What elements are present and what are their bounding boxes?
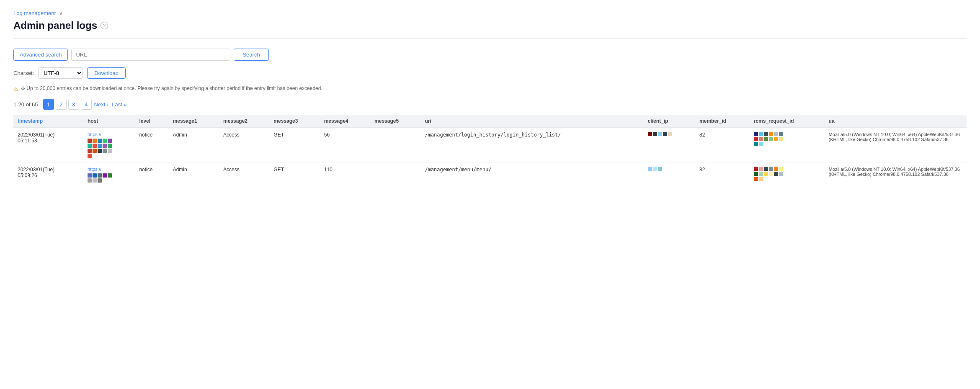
breadcrumb: Log management ∨: [13, 10, 967, 16]
col-message3[interactable]: message3: [269, 115, 320, 128]
cell-message5: [370, 162, 420, 187]
help-icon[interactable]: ?: [101, 22, 108, 29]
log-table: timestamp host level message1 message2 m…: [13, 115, 967, 187]
col-message1[interactable]: message1: [169, 115, 219, 128]
col-client-ip[interactable]: client_ip: [644, 115, 695, 128]
table-row: 2022/03/01(Tue) 05:09:26https://noticeAd…: [13, 162, 967, 187]
search-area: Advanced search Search: [13, 49, 967, 61]
cell-client-ip: [644, 128, 695, 162]
page-title-text: Admin panel logs: [13, 20, 97, 31]
cell-timestamp: 2022/03/01(Tue) 05:09:26: [13, 162, 83, 187]
page-button-1[interactable]: 1: [43, 99, 54, 110]
notice-text: ※ Up to 20,000 entries can be downloaded…: [21, 85, 322, 91]
page-title: Admin panel logs ?: [13, 20, 967, 31]
breadcrumb-arrow: ∨: [59, 10, 63, 16]
breadcrumb-link[interactable]: Log management: [13, 10, 56, 16]
table-header-row: timestamp host level message1 message2 m…: [13, 115, 967, 128]
warning-icon: ⚠: [13, 86, 18, 92]
cell-message2: Access: [219, 162, 269, 187]
page-button-2[interactable]: 2: [56, 99, 67, 110]
cell-message2: Access: [219, 128, 269, 162]
page-button-4[interactable]: 4: [81, 99, 92, 110]
notice-area: ⚠ ※ Up to 20,000 entries can be download…: [13, 85, 967, 92]
log-table-container: timestamp host level message1 message2 m…: [13, 115, 967, 187]
cell-message5: [370, 128, 420, 162]
cell-uri: /management/menu/menu/: [420, 162, 643, 187]
col-message4[interactable]: message4: [320, 115, 370, 128]
col-ua[interactable]: ua: [825, 115, 967, 128]
page-container: Log management ∨ Admin panel logs ? Adva…: [0, 0, 980, 389]
col-message2[interactable]: message2: [219, 115, 269, 128]
cell-message3: GET: [269, 128, 320, 162]
col-level[interactable]: level: [135, 115, 168, 128]
host-color-blocks: [88, 173, 113, 183]
cell-member-id: 82: [695, 128, 750, 162]
host-color-blocks: [88, 139, 113, 158]
page-button-3[interactable]: 3: [68, 99, 79, 110]
col-message5[interactable]: message5: [370, 115, 420, 128]
title-divider: [13, 38, 967, 39]
search-button[interactable]: Search: [234, 49, 268, 61]
cell-rcms-request-id: [750, 162, 825, 187]
cell-uri: /management/login_history/login_history_…: [420, 128, 643, 162]
cell-host: https://: [83, 128, 135, 162]
col-host[interactable]: host: [83, 115, 135, 128]
table-row: 2022/03/01(Tue) 05:11:53https://noticeAd…: [13, 128, 967, 162]
download-button[interactable]: Download: [87, 67, 126, 79]
cell-rcms-request-id: [750, 128, 825, 162]
charset-select[interactable]: UTF-8 Shift_JIS EUC-JP: [38, 67, 83, 79]
charset-area: Charset: UTF-8 Shift_JIS EUC-JP Download: [13, 67, 967, 79]
col-uri[interactable]: uri: [420, 115, 643, 128]
cell-ua: Mozilla/5.0 (Windows NT 10.0; Win64; x64…: [825, 162, 967, 187]
cell-member-id: 82: [695, 162, 750, 187]
cell-message3: GET: [269, 162, 320, 187]
last-page-button[interactable]: Last »: [111, 99, 127, 110]
col-member-id[interactable]: member_id: [695, 115, 750, 128]
cell-client-ip: [644, 162, 695, 187]
cell-message1: Admin: [169, 162, 219, 187]
cell-message1: Admin: [169, 128, 219, 162]
cell-timestamp: 2022/03/01(Tue) 05:11:53: [13, 128, 83, 162]
pagination-count: 1-20 of 65: [13, 101, 38, 108]
charset-label: Charset:: [13, 70, 34, 76]
next-page-button[interactable]: Next ›: [93, 99, 110, 110]
cell-message4: 110: [320, 162, 370, 187]
cell-level: notice: [135, 128, 168, 162]
col-timestamp[interactable]: timestamp: [13, 115, 83, 128]
cell-message4: 56: [320, 128, 370, 162]
col-rcms-request-id[interactable]: rcms_request_id: [750, 115, 825, 128]
search-input[interactable]: [71, 49, 230, 61]
cell-ua: Mozilla/5.0 (Windows NT 10.0; Win64; x64…: [825, 128, 967, 162]
cell-level: notice: [135, 162, 168, 187]
pagination-area: 1-20 of 65 1 2 3 4 Next › Last »: [13, 99, 967, 110]
advanced-search-button[interactable]: Advanced search: [13, 49, 68, 61]
cell-host: https://: [83, 162, 135, 187]
